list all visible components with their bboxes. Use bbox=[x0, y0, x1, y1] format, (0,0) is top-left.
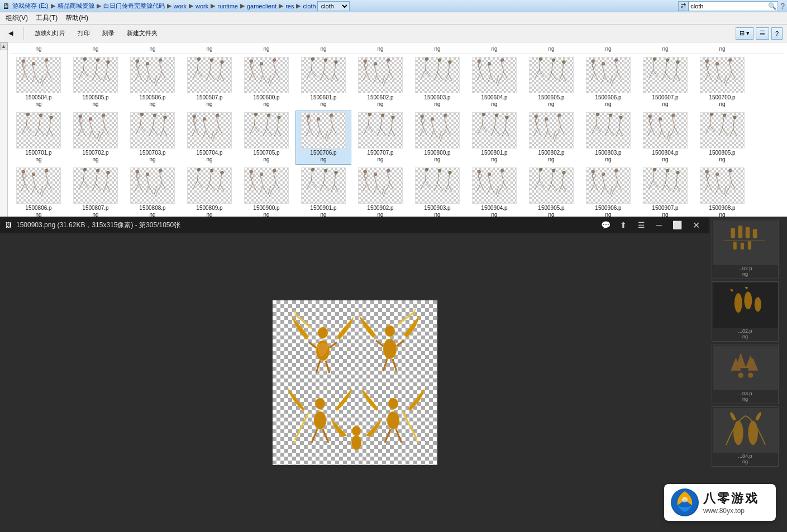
svg-line-183 bbox=[725, 79, 728, 86]
column-header: ng bbox=[523, 45, 579, 52]
search-icon[interactable]: 🔍 bbox=[768, 2, 776, 10]
file-item[interactable]: 1500702.p ng bbox=[68, 111, 123, 165]
file-item[interactable]: 1500804.p ng bbox=[637, 111, 693, 165]
refresh-button[interactable]: ⇄ bbox=[678, 1, 689, 11]
file-item[interactable]: 1500908.p ng bbox=[694, 166, 750, 220]
thumb-item-1[interactable]: ...02.png bbox=[712, 219, 779, 279]
file-item[interactable]: 1500600.p ng bbox=[239, 55, 294, 109]
breadcrumb-7[interactable]: res bbox=[285, 3, 294, 9]
file-item[interactable]: 1500802.p ng bbox=[523, 111, 579, 165]
file-item[interactable]: 1500607.p ng bbox=[637, 55, 693, 109]
menu-tools[interactable]: 工具(T) bbox=[32, 12, 61, 24]
file-item[interactable]: 1500604.p ng bbox=[466, 55, 522, 109]
file-item[interactable]: 1500805.p ng bbox=[694, 111, 750, 165]
view-large-button[interactable]: ⊞ ▾ bbox=[736, 27, 753, 40]
help-icon[interactable]: ? bbox=[780, 2, 785, 11]
burn-button[interactable]: 刻录 bbox=[98, 27, 118, 39]
svg-line-182 bbox=[724, 75, 727, 83]
search-input[interactable] bbox=[690, 3, 768, 9]
file-item[interactable]: 1500905.p ng bbox=[523, 166, 579, 220]
file-item[interactable]: 1500707.p ng bbox=[352, 111, 408, 165]
breadcrumb-dropdown[interactable]: cloth bbox=[317, 1, 350, 11]
file-item[interactable]: 1500900.p ng bbox=[239, 166, 294, 220]
svg-line-20 bbox=[96, 61, 97, 73]
file-item[interactable]: 1500605.p ng bbox=[523, 55, 579, 109]
breadcrumb-2[interactable]: 白日门传奇完整源代码 bbox=[103, 2, 165, 10]
view-details-button[interactable]: ☰ bbox=[756, 27, 769, 40]
slideshow-button[interactable]: 放映幻灯片 bbox=[31, 27, 69, 39]
new-folder-button[interactable]: 新建文件夹 bbox=[123, 27, 161, 39]
thumb-item-3[interactable]: ...03.png bbox=[712, 344, 779, 404]
breadcrumb-1[interactable]: 精品商城资源 bbox=[58, 2, 94, 10]
thumb-item-4[interactable]: ...04.png bbox=[712, 406, 779, 467]
file-item[interactable]: 1500706.p ng bbox=[295, 111, 351, 165]
file-item[interactable]: 1500602.p ng bbox=[352, 55, 408, 109]
help-button[interactable]: ? bbox=[771, 27, 783, 40]
svg-line-42 bbox=[154, 75, 157, 83]
file-item[interactable]: 1500902.p ng bbox=[352, 166, 408, 220]
menu-help[interactable]: 帮助(H) bbox=[62, 12, 92, 24]
file-item[interactable]: 1500803.p ng bbox=[580, 111, 636, 165]
breadcrumb-current[interactable]: cloth bbox=[303, 3, 316, 9]
breadcrumb-3[interactable]: work bbox=[174, 3, 187, 9]
file-item[interactable]: 1500800.p ng bbox=[409, 111, 465, 165]
viewer-minimize-button[interactable]: ─ bbox=[652, 219, 666, 231]
file-item[interactable]: 1500505.p ng bbox=[68, 55, 123, 109]
view-options: ⊞ ▾ ☰ ? bbox=[736, 27, 783, 40]
file-item[interactable]: 1500906.p ng bbox=[580, 166, 636, 220]
print-button[interactable]: 打印 bbox=[74, 27, 94, 39]
svg-line-377 bbox=[23, 174, 27, 181]
viewer-menu-icon[interactable]: ☰ bbox=[635, 219, 648, 231]
file-item[interactable]: 1500606.p ng bbox=[580, 55, 636, 109]
svg-line-132 bbox=[551, 61, 553, 73]
viewer-save-icon[interactable]: ⬆ bbox=[617, 219, 630, 231]
checker-bg bbox=[17, 57, 60, 93]
viewer-restore-button[interactable]: ⬜ bbox=[670, 219, 684, 231]
svg-line-239 bbox=[212, 135, 216, 141]
file-item[interactable]: 1500903.p ng bbox=[409, 166, 465, 220]
file-item[interactable]: 1500801.p ng bbox=[466, 111, 522, 165]
file-item[interactable]: 1500703.p ng bbox=[125, 111, 180, 165]
breadcrumb-4[interactable]: work bbox=[195, 3, 208, 9]
file-item[interactable]: 1500601.p ng bbox=[295, 55, 351, 109]
viewer-close-button[interactable]: ✕ bbox=[688, 218, 704, 232]
svg-line-201 bbox=[88, 131, 92, 138]
thumb-item-2[interactable]: ...02.png bbox=[712, 281, 779, 342]
svg-line-385 bbox=[92, 184, 96, 191]
checker-bg bbox=[586, 168, 630, 203]
file-item[interactable]: 1500507.p ng bbox=[182, 55, 237, 109]
svg-point-564 bbox=[314, 411, 326, 429]
svg-point-251 bbox=[278, 116, 281, 119]
svg-line-397 bbox=[145, 186, 149, 194]
file-item[interactable]: 1500901.p ng bbox=[295, 166, 351, 220]
svg-line-326 bbox=[596, 126, 601, 132]
file-item[interactable]: 1500907.p ng bbox=[637, 166, 693, 220]
svg-line-82 bbox=[335, 74, 338, 82]
back-button[interactable]: ◀ bbox=[4, 28, 17, 39]
viewer-comment-icon[interactable]: 💬 bbox=[599, 219, 612, 231]
file-item[interactable]: 1500806.p ng bbox=[11, 166, 66, 220]
svg-point-515 bbox=[614, 169, 618, 172]
svg-line-261 bbox=[330, 127, 333, 135]
menu-organize[interactable]: 组织(V) bbox=[2, 12, 31, 24]
file-item[interactable]: 1500809.p ng bbox=[182, 166, 237, 220]
file-item[interactable]: 1500705.p ng bbox=[239, 111, 294, 165]
file-item[interactable]: 1500808.p ng bbox=[125, 166, 180, 220]
file-item[interactable]: 1500904.p ng bbox=[466, 166, 522, 220]
file-item[interactable]: 1500704.p ng bbox=[182, 111, 237, 165]
scroll-up-button[interactable]: ▲ bbox=[0, 42, 8, 50]
svg-line-353 bbox=[706, 126, 710, 133]
svg-line-212 bbox=[140, 116, 141, 126]
svg-line-574 bbox=[385, 429, 390, 443]
file-item[interactable]: 1500701.p ng bbox=[11, 111, 66, 165]
file-item[interactable]: 1500807.p ng bbox=[68, 166, 123, 220]
svg-line-354 bbox=[710, 126, 715, 132]
file-item[interactable]: 1500603.p ng bbox=[409, 55, 465, 109]
breadcrumb-root[interactable]: 游戏储存 (E:) bbox=[12, 2, 49, 10]
breadcrumb-6[interactable]: gameclient bbox=[247, 3, 276, 9]
svg-line-8 bbox=[45, 61, 48, 71]
breadcrumb-5[interactable]: runtime bbox=[217, 3, 238, 9]
file-item[interactable]: 1500504.p ng bbox=[11, 55, 66, 109]
file-item[interactable]: 1500700.p ng bbox=[694, 55, 750, 109]
file-item[interactable]: 1500506.p ng bbox=[125, 55, 180, 109]
